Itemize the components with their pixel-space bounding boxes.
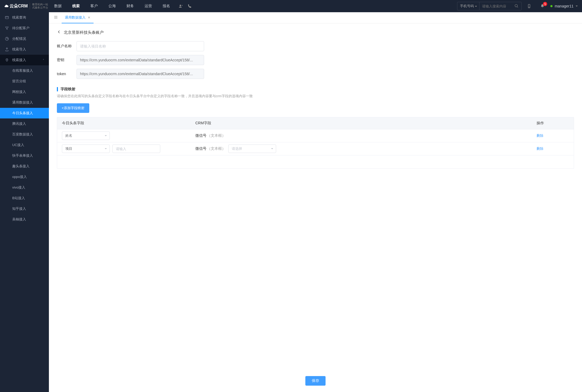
section-bar-icon (57, 87, 58, 91)
search-group: 手机号码 (457, 2, 518, 10)
sidebar-item[interactable]: 线索接入˄ (0, 55, 49, 65)
th-action: 操作 (537, 121, 574, 126)
top-header: 云朵CRM 教育机构一站 式服务云平台 数据线索客户公海财务运营报名 手机号码 … (0, 0, 582, 12)
user-name: manager11 (555, 4, 573, 8)
tab-general-data-access[interactable]: 通用数据接入 ✕ (62, 12, 94, 23)
sidebar-sub-item[interactable]: oppo接入 (0, 172, 49, 182)
main-content: 通用数据接入 ✕ 北京昱新科技头条账户 账户名称 密钥 token (49, 12, 582, 392)
sidebar-sub-item[interactable]: 快手表单接入 (0, 150, 49, 161)
sidebar-sub-item[interactable]: B站接入 (0, 193, 49, 203)
section-title: 字段映射 (61, 87, 75, 92)
table-row: 姓名微信号（文本框）删除 (57, 129, 574, 142)
chevron-down-icon (576, 6, 578, 8)
table-header: 今日头条字段 CRM字段 操作 (57, 117, 574, 129)
sidebar-sub-item[interactable]: 在线客服接入 (0, 65, 49, 76)
sidebar-sub-item[interactable]: 百度数据接入 (0, 129, 49, 140)
breadcrumb: 北京昱新科技头条账户 (57, 30, 574, 35)
notification-badge: 5 (543, 2, 547, 6)
user-menu[interactable]: manager11 (550, 4, 578, 8)
form-row-token: token (57, 69, 574, 79)
sidebar-sub-item[interactable]: 知乎接入 (0, 203, 49, 214)
th-crm: CRM字段 (193, 121, 537, 126)
sidebar-item[interactable]: 线索查询 (0, 12, 49, 23)
sidebar-sub-item[interactable]: UC接入 (0, 140, 49, 150)
sidebar-sub-item[interactable]: 趣头条接入 (0, 161, 49, 172)
page-title: 北京昱新科技头条账户 (64, 30, 104, 35)
pie-icon (5, 37, 9, 41)
nav-item[interactable]: 线索 (67, 0, 85, 12)
top-nav: 数据线索客户公海财务运营报名 (49, 0, 175, 12)
label-secret: 密钥 (57, 58, 77, 62)
add-mapping-button[interactable]: +添加字段映射 (57, 103, 89, 113)
sidebar-sub-item[interactable]: 通用数据接入 (0, 97, 49, 108)
sidebar-sub-item[interactable]: 网校接入 (0, 87, 49, 97)
extra-input[interactable] (112, 144, 160, 153)
header-right-icons: 5 (526, 3, 545, 9)
sidebar-sub-item[interactable]: 美柚接入 (0, 214, 49, 225)
mapping-hint: 请确保您在此填写的头条自定义字段名称与在今日头条平台中自定义的字段名称一致，并且… (57, 94, 574, 99)
svg-point-3 (529, 7, 529, 7)
sidebar-sub-item[interactable]: vivo接入 (0, 182, 49, 193)
top-icon-group (178, 3, 192, 9)
toutiao-field-select[interactable]: 姓名 (62, 131, 110, 140)
sidebar: 线索查询待分配客户分配情况线索导入线索接入˄在线客服接入留言分组网校接入通用数据… (0, 12, 49, 392)
form-row-account-name: 账户名称 (57, 41, 574, 51)
nav-item[interactable]: 运营 (139, 0, 157, 12)
delete-link[interactable]: 删除 (537, 147, 543, 151)
list-icon (5, 15, 9, 20)
status-dot-icon (550, 5, 553, 7)
filter-icon (5, 26, 9, 30)
save-button[interactable]: 保存 (305, 376, 326, 386)
back-icon[interactable] (57, 30, 61, 35)
sidebar-sub-item[interactable]: 腾讯接入 (0, 118, 49, 129)
form-row-secret: 密钥 (57, 55, 574, 65)
chevron-up-icon: ˄ (43, 59, 44, 62)
logo-block: 云朵CRM 教育机构一站 式服务云平台 (4, 3, 49, 9)
nav-item[interactable]: 报名 (157, 0, 175, 12)
bell-icon[interactable]: 5 (540, 3, 545, 9)
tabs-bar: 通用数据接入 ✕ (49, 12, 582, 23)
mobile-icon[interactable] (526, 3, 532, 9)
upload-icon (5, 47, 9, 52)
th-toutiao: 今日头条字段 (57, 121, 193, 126)
logo[interactable]: 云朵CRM (4, 3, 28, 9)
user-plus-icon[interactable] (178, 3, 183, 9)
save-bar: 保存 (305, 376, 326, 386)
crm-field-label: 微信号（文本框） (195, 146, 226, 151)
plug-icon (5, 58, 9, 62)
sidebar-item[interactable]: 线索导入 (0, 44, 49, 55)
empty-row (57, 155, 574, 168)
close-icon[interactable]: ✕ (88, 16, 90, 19)
token-input[interactable] (77, 69, 204, 79)
content-area: 北京昱新科技头条账户 账户名称 密钥 token 字段映射 请确保您在此填写的头… (49, 23, 582, 392)
sidebar-item[interactable]: 分配情况 (0, 33, 49, 44)
svg-rect-4 (5, 16, 9, 19)
search-type-select[interactable]: 手机号码 (457, 2, 479, 10)
sidebar-item[interactable]: 待分配客户 (0, 23, 49, 33)
sidebar-sub-item[interactable]: 留言分组 (0, 76, 49, 87)
collapse-tabs-icon[interactable] (52, 15, 60, 20)
crm-field-select[interactable]: 请选择 (228, 144, 276, 153)
label-token: token (57, 72, 77, 76)
nav-item[interactable]: 公海 (103, 0, 121, 12)
crm-field-label: 微信号（文本框） (195, 133, 226, 138)
label-account-name: 账户名称 (57, 44, 77, 49)
table-row: 项目微信号（文本框）请选择删除 (57, 142, 574, 155)
delete-link[interactable]: 删除 (537, 134, 543, 138)
search-input[interactable] (479, 2, 522, 10)
nav-item[interactable]: 数据 (49, 0, 67, 12)
section-header-mapping: 字段映射 (57, 87, 574, 92)
logo-subtitle: 教育机构一站 式服务云平台 (30, 3, 48, 9)
sidebar-sub-item[interactable]: 今日头条接入 (0, 108, 49, 118)
phone-icon[interactable] (187, 3, 192, 9)
nav-item[interactable]: 客户 (85, 0, 103, 12)
account-name-input[interactable] (77, 41, 204, 51)
nav-item[interactable]: 财务 (121, 0, 139, 12)
mapping-table: 今日头条字段 CRM字段 操作 姓名微信号（文本框）删除项目微信号（文本框）请选… (57, 117, 574, 169)
secret-input[interactable] (77, 55, 204, 65)
svg-point-0 (180, 5, 181, 6)
toutiao-field-select[interactable]: 项目 (62, 144, 110, 153)
cloud-icon (4, 4, 9, 8)
